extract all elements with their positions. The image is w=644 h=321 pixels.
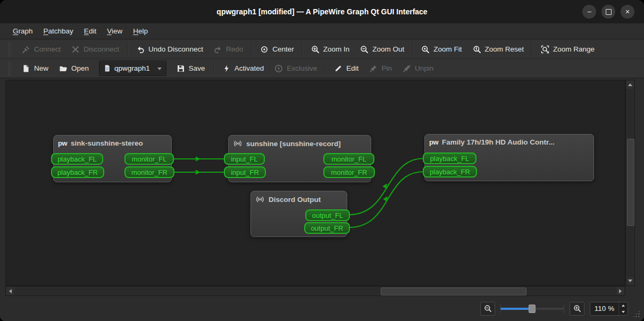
graph-canvas[interactable]: pw sink-sunshine-stereo sunshine [sunshi… bbox=[5, 80, 625, 286]
undo-disconnect-button[interactable]: Undo Disconnect bbox=[131, 43, 208, 56]
file-toolbar: New Open qpwgraph1 Save Activated Exclus… bbox=[0, 59, 644, 78]
port-playback-fr[interactable]: playback_FR bbox=[423, 166, 477, 178]
scroll-right-button[interactable] bbox=[616, 287, 624, 295]
menu-edit[interactable]: Edit bbox=[79, 25, 102, 37]
toolbar-drag-handle[interactable] bbox=[8, 43, 11, 56]
port-monitor-fl[interactable]: monitor_FL bbox=[323, 153, 374, 165]
undo-icon bbox=[136, 45, 145, 54]
toolbar-drag-handle[interactable] bbox=[8, 62, 11, 75]
open-button[interactable]: Open bbox=[54, 62, 94, 75]
slider-handle[interactable] bbox=[529, 305, 536, 313]
redo-icon bbox=[214, 45, 222, 54]
port-input-fr[interactable]: input_FR bbox=[224, 166, 266, 178]
statusbar-zoom-out-button[interactable] bbox=[480, 302, 495, 316]
new-button[interactable]: New bbox=[16, 62, 54, 75]
patchbay-file-icon bbox=[103, 64, 111, 72]
port-monitor-fl[interactable]: monitor_FL bbox=[124, 153, 174, 165]
window-resize-grip[interactable] bbox=[632, 310, 640, 318]
spin-down-button[interactable] bbox=[619, 309, 628, 315]
zoom-in-icon bbox=[573, 305, 581, 312]
port-playback-fl[interactable]: playback_FL bbox=[51, 153, 103, 165]
center-button[interactable]: Center bbox=[255, 43, 299, 56]
toolbar-separator bbox=[532, 43, 533, 56]
edit-pencil-icon bbox=[334, 64, 342, 73]
connect-icon bbox=[22, 45, 30, 54]
pin-button[interactable]: Pin bbox=[364, 62, 397, 75]
zoom-reset-button[interactable]: Zoom Reset bbox=[467, 43, 530, 56]
arrow-up-icon bbox=[622, 305, 625, 307]
open-folder-icon bbox=[59, 64, 68, 73]
toolbar-separator bbox=[325, 62, 326, 75]
port-playback-fl[interactable]: playback_FL bbox=[423, 153, 476, 164]
horizontal-scrollbar[interactable] bbox=[5, 286, 625, 296]
port-output-fl[interactable]: output_FL bbox=[305, 209, 350, 221]
unpin-icon bbox=[403, 64, 411, 73]
close-button[interactable]: × bbox=[621, 5, 634, 19]
patchbay-selector-value: qpwgraph1 bbox=[114, 64, 150, 72]
scroll-left-button[interactable] bbox=[6, 287, 14, 295]
horizontal-scrollbar-thumb[interactable] bbox=[381, 288, 526, 295]
arrow-down-icon bbox=[622, 311, 625, 313]
activated-bolt-icon bbox=[222, 64, 231, 73]
arrow-right-icon bbox=[619, 289, 622, 293]
save-button[interactable]: Save bbox=[171, 62, 211, 75]
connection-arrow bbox=[196, 157, 200, 162]
unpin-button[interactable]: Unpin bbox=[397, 62, 439, 75]
port-monitor-fr[interactable]: monitor_FR bbox=[323, 166, 375, 178]
zoom-range-icon bbox=[541, 45, 549, 54]
new-file-icon bbox=[22, 64, 30, 73]
window-controls: − × bbox=[582, 5, 634, 19]
menu-help[interactable]: Help bbox=[128, 25, 153, 37]
arrow-down-icon bbox=[628, 280, 632, 282]
toolbar-separator bbox=[127, 43, 128, 56]
menu-view[interactable]: View bbox=[102, 25, 128, 37]
zoom-fit-button[interactable]: Zoom Fit bbox=[416, 43, 467, 56]
menu-patchbay[interactable]: Patchbay bbox=[38, 25, 79, 37]
connect-button[interactable]: Connect bbox=[16, 43, 66, 56]
port-output-fr[interactable]: output_FR bbox=[304, 222, 350, 234]
menu-graph[interactable]: Graph bbox=[7, 25, 38, 37]
window-title: qpwgraph1 [modified] — A PipeWire Graph … bbox=[0, 0, 644, 23]
port-monitor-fr[interactable]: monitor_FR bbox=[124, 166, 174, 178]
zoom-out-icon bbox=[360, 45, 369, 54]
port-playback-fr[interactable]: playback_FR bbox=[51, 166, 104, 178]
exclusive-button[interactable]: Exclusive bbox=[269, 62, 322, 75]
titlebar[interactable]: qpwgraph1 [modified] — A PipeWire Graph … bbox=[0, 0, 644, 23]
maximize-icon bbox=[606, 9, 612, 15]
vertical-scrollbar[interactable] bbox=[625, 80, 635, 286]
slider-fill bbox=[500, 308, 532, 310]
minimize-button[interactable]: − bbox=[582, 5, 596, 19]
statusbar: 110 % bbox=[0, 296, 644, 321]
chevron-down-icon bbox=[157, 67, 162, 70]
disconnect-icon bbox=[71, 45, 80, 54]
arrow-left-icon bbox=[9, 289, 12, 293]
spin-up-button[interactable] bbox=[619, 302, 628, 309]
activated-button[interactable]: Activated bbox=[217, 62, 270, 75]
scroll-up-button[interactable] bbox=[626, 81, 634, 89]
vertical-scrollbar-thumb[interactable] bbox=[627, 139, 634, 226]
statusbar-zoom-in-button[interactable] bbox=[570, 302, 584, 316]
zoom-slider[interactable] bbox=[500, 303, 564, 314]
patchbay-selector[interactable]: qpwgraph1 bbox=[99, 61, 166, 76]
zoom-range-button[interactable]: Zoom Range bbox=[536, 43, 600, 56]
zoom-out-button[interactable]: Zoom Out bbox=[355, 43, 409, 56]
zoom-percent-spinbox[interactable]: 110 % bbox=[590, 302, 628, 316]
center-icon bbox=[260, 45, 269, 54]
connection-arrow bbox=[196, 170, 200, 175]
zoom-out-icon bbox=[484, 305, 492, 312]
disconnect-button[interactable]: Disconnect bbox=[66, 43, 124, 56]
zoom-in-button[interactable]: Zoom In bbox=[306, 43, 355, 56]
edit-button[interactable]: Edit bbox=[329, 62, 364, 75]
exclusive-bolt-icon bbox=[274, 64, 283, 73]
graph-view: pw sink-sunshine-stereo sunshine [sunshi… bbox=[0, 78, 644, 296]
toolbar-separator bbox=[251, 43, 252, 56]
scrollbar-corner bbox=[625, 286, 635, 296]
toolbar-separator bbox=[213, 62, 214, 75]
save-icon bbox=[177, 64, 185, 73]
toolbar-separator bbox=[302, 43, 303, 56]
zoom-reset-icon bbox=[473, 45, 481, 54]
port-input-fl[interactable]: input_FL bbox=[224, 153, 265, 165]
scroll-down-button[interactable] bbox=[626, 277, 634, 285]
redo-button[interactable]: Redo bbox=[208, 43, 248, 56]
maximize-button[interactable] bbox=[601, 5, 615, 19]
